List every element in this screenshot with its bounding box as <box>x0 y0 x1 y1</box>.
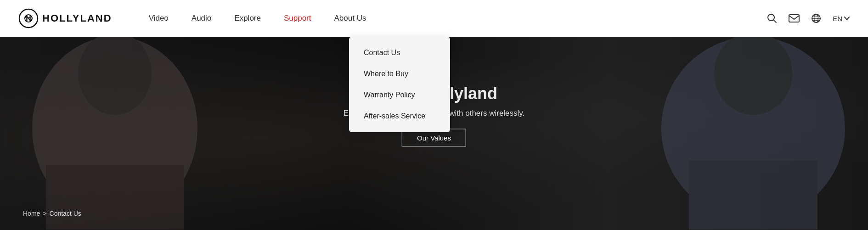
hero-figure-right <box>547 37 868 230</box>
breadcrumb-current: Contact Us <box>50 210 81 217</box>
dropdown-item-contact[interactable]: Contact Us <box>349 42 450 63</box>
lang-label: EN <box>833 15 842 22</box>
support-dropdown: Contact Us Where to Buy Warranty Policy … <box>349 37 450 132</box>
main-nav: Video Audio Explore Support About Us <box>149 14 767 23</box>
logo[interactable]: H HOLLYLAND <box>18 8 112 28</box>
breadcrumb-home[interactable]: Home <box>23 210 40 217</box>
header: H HOLLYLAND Video Audio Explore Support … <box>0 0 868 37</box>
nav-item-about[interactable]: About Us <box>334 14 366 23</box>
logo-icon: H <box>18 8 39 28</box>
svg-rect-11 <box>789 15 799 22</box>
svg-rect-5 <box>689 161 817 230</box>
nav-item-audio[interactable]: Audio <box>192 14 211 23</box>
nav-item-support[interactable]: Support <box>284 14 311 23</box>
dropdown-item-warranty[interactable]: Warranty Policy <box>349 84 450 106</box>
nav-item-explore[interactable]: Explore <box>234 14 261 23</box>
logo-text: HOLLYLAND <box>42 12 112 24</box>
dropdown-item-where-to-buy[interactable]: Where to Buy <box>349 63 450 84</box>
nav-item-video[interactable]: Video <box>149 14 169 23</box>
mail-icon[interactable] <box>789 13 800 24</box>
dropdown-item-aftersales[interactable]: After-sales Service <box>349 106 450 127</box>
hero-figure-left <box>0 37 321 230</box>
chevron-down-icon <box>844 17 850 20</box>
svg-line-10 <box>774 20 777 23</box>
breadcrumb-separator: > <box>43 210 46 217</box>
svg-rect-2 <box>46 165 184 230</box>
breadcrumb: Home > Contact Us <box>23 210 81 217</box>
language-selector[interactable]: EN <box>833 15 850 22</box>
globe-icon[interactable] <box>811 13 822 24</box>
search-icon[interactable] <box>767 13 778 24</box>
header-actions: EN <box>767 13 850 24</box>
